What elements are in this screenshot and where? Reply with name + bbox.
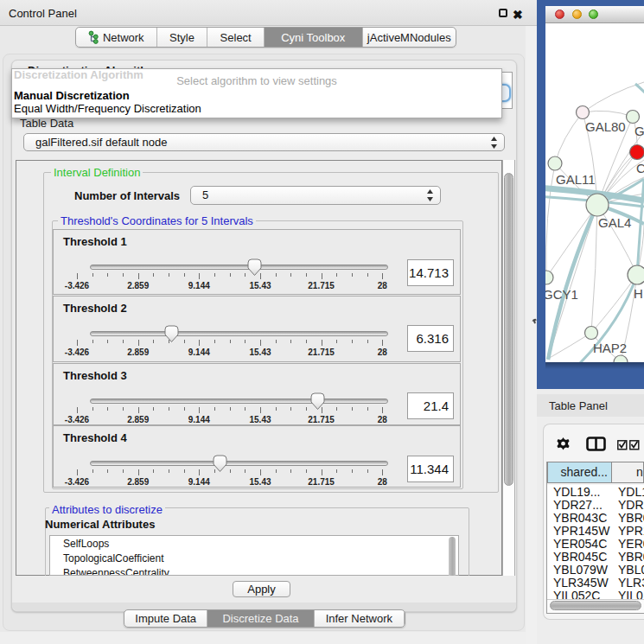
svg-text:GCY1: GCY1	[545, 287, 578, 302]
svg-text:GAL11: GAL11	[556, 172, 596, 187]
svg-text:H: H	[634, 286, 643, 301]
svg-text:HAP2: HAP2	[593, 341, 627, 355]
svg-text:GAL4: GAL4	[598, 215, 631, 230]
svg-text:GAL80: GAL80	[585, 119, 626, 134]
svg-text:C: C	[636, 161, 644, 175]
svg-text:GA: GA	[634, 124, 644, 138]
